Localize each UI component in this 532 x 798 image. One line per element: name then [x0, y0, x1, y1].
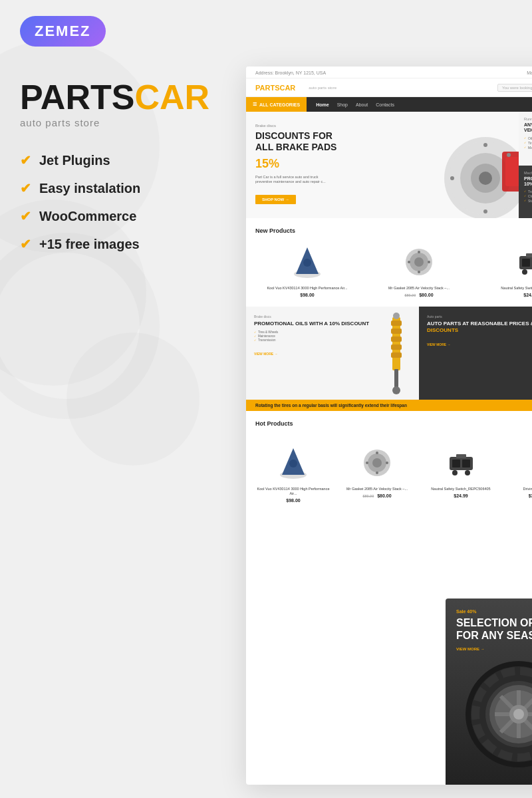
product-image-3	[479, 242, 532, 282]
svg-point-73	[513, 709, 524, 720]
side-bottom-item-2: Check the conditio...	[524, 194, 532, 198]
hot-product-card-1[interactable]: Kool Vuo KV430114 3000 High Performance …	[255, 443, 331, 503]
promo-label-2: Auto parts	[427, 315, 532, 319]
hot-product-price-3: $24.99	[423, 493, 499, 498]
zemez-logo: ZEMEZ	[20, 16, 106, 47]
product-card-2[interactable]: Mr Gasket 2085 Air Velocity Stack –... $…	[367, 242, 471, 297]
product-name-1: Kool Vuo KV430114 3000 High Performance …	[255, 286, 359, 291]
svg-rect-54	[462, 460, 470, 467]
svg-rect-53	[452, 460, 460, 467]
hot-products-grid: Kool Vuo KV430114 3000 High Performance …	[255, 443, 532, 503]
features-list: ✔ Jet Plugins ✔ Easy instalation ✔ WooCo…	[20, 152, 246, 252]
feature-label-4: +15 free images	[39, 237, 140, 252]
product-stars-4: ★★★★★	[507, 498, 532, 503]
svg-point-18	[418, 271, 420, 273]
hot-product-image-2	[339, 443, 415, 483]
product-image-1	[255, 242, 359, 282]
hot-product-image-1	[255, 443, 331, 483]
hot-products-title: Hot Products	[255, 420, 293, 427]
feature-woocommerce: ✔ WooCommerce	[20, 208, 246, 224]
svg-point-8	[483, 209, 487, 213]
promo-link-2[interactable]: VIEW MORE →	[427, 342, 451, 346]
svg-rect-22	[522, 259, 530, 267]
main-navigation: ☰ ALL CATEGORIES Home Shop About Contact…	[246, 97, 532, 112]
promo-banner-2[interactable]: Auto parts AUTO PARTS AT REASONABLE PRIC…	[419, 307, 532, 400]
tire-sale-popup[interactable]: Sale 40% SELECTION OF TIRES FOR ANY SEAS…	[446, 598, 532, 785]
hot-product-card-2[interactable]: Mr Gasket 2085 Air Velocity Stack –... $…	[339, 443, 415, 503]
feature-jet-plugins: ✔ Jet Plugins	[20, 152, 246, 168]
nav-links: Home Shop About Contacts	[307, 102, 404, 107]
check-icon-3: ✔	[20, 208, 31, 224]
svg-point-16	[414, 257, 424, 267]
feature-label-3: WooCommerce	[39, 209, 136, 224]
svg-rect-28	[391, 321, 402, 326]
svg-rect-31	[391, 344, 402, 350]
promo-banner-1[interactable]: Brake discs PROMOTIONAL OILS WITH A 10% …	[246, 307, 419, 400]
hero-side-panel: Running gear ANY COMPONENT FOR VEHICLE C…	[519, 112, 532, 218]
svg-rect-33	[394, 369, 398, 389]
hot-product-card-3[interactable]: Nautral Safety Switch_REPC506405 $24.99	[423, 443, 499, 503]
svg-point-44	[289, 460, 297, 467]
nav-about[interactable]: About	[356, 102, 368, 107]
hot-product-image-3	[423, 443, 499, 483]
side-bottom-heading: PROMOTIONAL WITH A 10% DIS...	[524, 176, 532, 188]
product-name-3: Nautral Safety Switch_REPC506405	[479, 286, 532, 291]
ticker-text: Rotating the tires on a regular basis wi…	[255, 403, 407, 408]
ticker-emphasis: extend	[365, 403, 379, 408]
product-card-1[interactable]: Kool Vuo KV430114 3000 High Performance …	[255, 242, 359, 297]
tire-image-area	[456, 651, 532, 774]
feature-easy-installation: ✔ Easy instalation	[20, 180, 246, 196]
site-address: Address: Brooklyn, NY 1215, USA	[255, 70, 326, 75]
side-top-heading: ANY COMPONENT FOR VEHICLE CH...	[524, 122, 532, 134]
hot-products-header: Hot Products All New With discount	[255, 420, 532, 435]
svg-point-7	[483, 143, 487, 147]
brand-title: PARTSCAR	[20, 80, 246, 114]
product-price-3: $24.99	[479, 293, 532, 297]
promo-banners-section: Brake discs PROMOTIONAL OILS WITH A 10% …	[246, 307, 532, 400]
svg-rect-30	[391, 336, 402, 342]
check-icon-2: ✔	[20, 180, 31, 196]
svg-rect-6	[505, 157, 519, 186]
hot-product-card-4[interactable]: Driving Light – D With bulb $343.00 – $3…	[507, 443, 532, 503]
website-preview: Address: Brooklyn, NY 1215, USA Mail: in…	[246, 66, 532, 785]
nav-home[interactable]: Home	[316, 102, 329, 107]
product-price-2: $89.00 $80.00	[367, 293, 471, 297]
check-icon-1: ✔	[20, 152, 31, 168]
left-panel: PARTSCAR auto parts store ✔ Jet Plugins …	[20, 80, 246, 264]
product-card-3[interactable]: Nautral Safety Switch_REPC506405 $24.99	[479, 242, 532, 297]
hot-product-price-2: $89.00 $80.00	[339, 493, 415, 498]
new-products-grid: Kool Vuo KV430114 3000 High Performance …	[255, 242, 532, 297]
brand-title-yellow: CAR	[134, 78, 209, 116]
new-products-title: New Products	[255, 227, 532, 234]
side-top-item-1: Oil Change	[524, 136, 532, 140]
svg-point-25	[522, 269, 527, 275]
svg-point-19	[408, 261, 410, 263]
tire-popup-title: SELECTION OF TIRES FOR ANY SEASON	[456, 616, 532, 642]
side-top-item-2: Tires & Wheels	[524, 141, 532, 145]
hamburger-icon: ☰	[253, 102, 257, 107]
hero-shop-now-button[interactable]: SHOP NOW →	[255, 195, 296, 204]
side-top-running-gear: Running gear ANY COMPONENT FOR VEHICLE C…	[519, 112, 532, 166]
hero-description: Part Car is a full service auto and truc…	[255, 175, 335, 185]
promo-link-1[interactable]: VIEW MORE →	[254, 352, 278, 356]
hero-section: Brake discs DISCOUNTS FORALL BRAKE PADS …	[246, 112, 532, 218]
ticker-bar: Rotating the tires on a regular basis wi…	[246, 400, 532, 411]
svg-point-57	[465, 470, 470, 475]
svg-point-48	[376, 452, 378, 454]
hot-product-price-1: $98.00	[255, 498, 331, 503]
nav-shop[interactable]: Shop	[337, 102, 348, 107]
side-bottom-machine-oil: Machine oil PROMOTIONAL WITH A 10% DIS..…	[519, 166, 532, 219]
svg-rect-32	[391, 352, 402, 358]
hot-product-name-2: Mr Gasket 2085 Air Velocity Stack –...	[339, 487, 415, 491]
promo-title-2: AUTO PARTS AT REASONABLE PRICES & WITH C…	[427, 321, 532, 333]
nav-contacts[interactable]: Contacts	[376, 102, 394, 107]
all-categories-button[interactable]: ☰ ALL CATEGORIES	[246, 97, 307, 112]
side-bottom-list: Transmission Check the conditio... Start…	[524, 190, 532, 203]
site-search[interactable]: You were looking for...	[497, 84, 532, 92]
svg-point-49	[376, 471, 378, 474]
svg-point-20	[428, 261, 430, 263]
site-nav-bar: PARTSCAR auto parts store You were looki…	[246, 78, 532, 97]
site-email: Mail: info@zemez-link.com	[527, 70, 532, 75]
hero-main: Brake discs DISCOUNTS FORALL BRAKE PADS …	[246, 112, 519, 218]
site-top-bar: Address: Brooklyn, NY 1215, USA Mail: in…	[246, 66, 532, 78]
